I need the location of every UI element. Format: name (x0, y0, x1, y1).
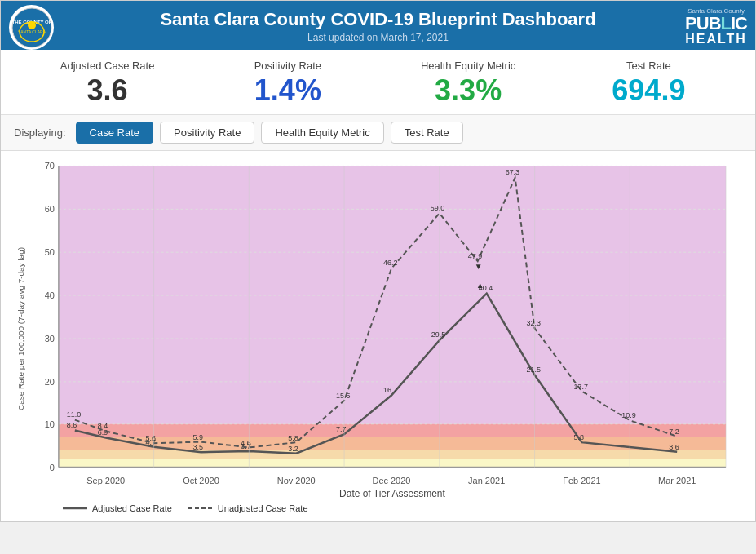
svg-rect-12 (59, 450, 726, 468)
svg-text:4.6: 4.6 (241, 439, 250, 447)
svg-text:50: 50 (45, 247, 55, 257)
svg-text:59.0: 59.0 (431, 204, 444, 212)
health-brand: Santa Clara County PUBLIC HEALTH (685, 7, 747, 46)
svg-rect-10 (59, 424, 726, 437)
dashboard: THE COUNTY OF SANTA CLARA Santa Clara Co… (0, 0, 756, 522)
svg-text:32.3: 32.3 (527, 319, 541, 327)
svg-text:17.7: 17.7 (573, 383, 587, 391)
dashboard-title: Santa Clara County COVID-19 Blueprint Da… (160, 9, 595, 30)
svg-text:11.0: 11.0 (67, 410, 81, 419)
brand-health: HEALTH (685, 33, 747, 46)
filter-case-rate[interactable]: Case Rate (76, 122, 153, 144)
brand-pub: PUBLIC (685, 15, 747, 33)
svg-text:10: 10 (45, 419, 55, 429)
svg-text:Sep 2020: Sep 2020 (86, 476, 125, 485)
svg-text:7.7: 7.7 (336, 425, 346, 433)
legend-adjusted: Adjusted Case Rate (63, 503, 172, 513)
metric-case-rate: Adjusted Case Rate 3.6 (17, 60, 197, 108)
svg-text:5.9: 5.9 (193, 433, 203, 441)
metric-health-equity: Health Equity Metric 3.3% (378, 60, 559, 108)
svg-text:Nov 2020: Nov 2020 (277, 476, 316, 485)
metric-label-0: Adjusted Case Rate (17, 60, 197, 72)
svg-text:8.6: 8.6 (67, 421, 77, 429)
chart-container: Case Rate per 100,000 (7-day avg 7-day l… (14, 157, 742, 500)
svg-text:▼: ▼ (475, 262, 483, 271)
svg-text:5.6: 5.6 (146, 434, 156, 442)
chart-svg: Case Rate per 100,000 (7-day avg 7-day l… (14, 157, 742, 500)
svg-text:8.4: 8.4 (98, 422, 108, 430)
metric-value-1: 1.4% (197, 73, 378, 108)
metric-positivity: Positivity Rate 1.4% (197, 60, 378, 108)
last-updated: Last updated on March 17, 2021 (160, 32, 595, 43)
svg-text:0: 0 (50, 463, 55, 472)
filter-positivity-rate[interactable]: Positivity Rate (160, 122, 254, 144)
header: THE COUNTY OF SANTA CLARA Santa Clara Co… (1, 1, 755, 50)
svg-point-4 (28, 21, 36, 29)
legend-adjusted-label: Adjusted Case Rate (92, 503, 172, 513)
svg-text:Oct 2020: Oct 2020 (183, 476, 219, 485)
svg-text:46.2: 46.2 (383, 259, 397, 267)
svg-text:7.2: 7.2 (669, 428, 679, 436)
metric-label-1: Positivity Rate (197, 60, 378, 72)
filter-label: Displaying: (14, 126, 66, 139)
svg-text:30: 30 (45, 334, 55, 343)
chart-legend: Adjusted Case Rate Unadjusted Case Rate (14, 500, 742, 518)
county-logo: THE COUNTY OF SANTA CLARA (9, 5, 54, 50)
svg-text:3.6: 3.6 (669, 443, 679, 451)
filter-health-equity[interactable]: Health Equity Metric (261, 122, 383, 144)
filter-test-rate[interactable]: Test Rate (391, 122, 463, 144)
header-center: Santa Clara County COVID-19 Blueprint Da… (160, 9, 595, 43)
legend-dashed-line (188, 504, 213, 512)
metric-value-0: 3.6 (17, 73, 197, 108)
metric-test-rate: Test Rate 694.9 (559, 60, 739, 108)
svg-text:Dec 2020: Dec 2020 (372, 476, 410, 485)
svg-text:15.5: 15.5 (336, 392, 350, 400)
svg-text:16.7: 16.7 (383, 386, 397, 394)
svg-text:Date of Tier Assessment: Date of Tier Assessment (339, 488, 445, 499)
chart-area: Case Rate per 100,000 (7-day avg 7-day l… (1, 151, 755, 521)
svg-text:10.9: 10.9 (621, 411, 635, 419)
svg-text:29.5: 29.5 (431, 330, 445, 339)
svg-text:5.8: 5.8 (288, 434, 298, 442)
svg-text:Jan 2021: Jan 2021 (468, 476, 505, 485)
legend-unadjusted: Unadjusted Case Rate (188, 503, 308, 513)
svg-text:3.2: 3.2 (288, 445, 298, 453)
svg-text:▲: ▲ (476, 281, 484, 290)
metric-label-2: Health Equity Metric (378, 60, 559, 72)
svg-text:47.9: 47.9 (468, 252, 482, 260)
svg-text:Mar 2021: Mar 2021 (658, 476, 696, 485)
svg-text:Case Rate per 100,000 (7-day a: Case Rate per 100,000 (7-day avg 7-day l… (16, 247, 25, 410)
legend-unadjusted-label: Unadjusted Case Rate (218, 503, 308, 513)
metric-label-3: Test Rate (559, 60, 739, 72)
svg-text:Feb 2021: Feb 2021 (563, 476, 600, 485)
svg-text:SANTA CLARA: SANTA CLARA (17, 29, 46, 34)
svg-text:3.5: 3.5 (193, 443, 203, 451)
svg-text:5.8: 5.8 (573, 433, 583, 441)
svg-text:60: 60 (45, 204, 55, 214)
legend-solid-line (63, 504, 87, 512)
svg-text:20: 20 (45, 377, 55, 387)
filter-bar: Displaying: Case Rate Positivity Rate He… (1, 115, 755, 151)
svg-text:70: 70 (45, 161, 55, 171)
svg-text:67.3: 67.3 (506, 168, 519, 176)
metric-value-2: 3.3% (378, 73, 559, 108)
svg-text:40: 40 (45, 290, 55, 300)
metric-value-3: 694.9 (559, 73, 739, 108)
svg-text:21.5: 21.5 (527, 366, 541, 374)
metrics-row: Adjusted Case Rate 3.6 Positivity Rate 1… (1, 50, 755, 115)
